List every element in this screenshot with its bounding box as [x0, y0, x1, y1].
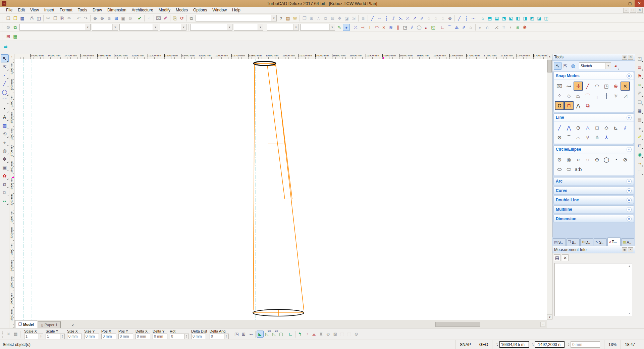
print-preview-icon[interactable]: ◫	[35, 15, 42, 22]
zoom-window-icon[interactable]: ⊞	[113, 15, 120, 22]
rect-array-icon[interactable]: ⊞	[308, 15, 315, 22]
line-icon[interactable]: ╱	[555, 123, 564, 132]
field-value[interactable]: 1	[24, 334, 39, 339]
tab-tools[interactable]: ◕T...	[607, 237, 621, 246]
panel-globe-icon[interactable]: ◍	[569, 62, 577, 70]
toolbar-drag-handle[interactable]	[2, 15, 3, 21]
image-palette-icon[interactable]: ▦	[12, 33, 19, 40]
branch-line-icon[interactable]: ⑂	[583, 133, 592, 142]
field-value[interactable]: 0 mm	[191, 334, 206, 339]
expand-icon[interactable]: »	[627, 198, 632, 203]
circle-tool-icon[interactable]: ◯	[1, 88, 9, 96]
pen-pattern-combo[interactable]: ▼	[160, 24, 186, 31]
paint-style-icon[interactable]: ◕	[612, 62, 620, 70]
spinner[interactable]: ▲▼	[224, 334, 229, 339]
snap-mid-icon[interactable]: ┆	[463, 15, 470, 22]
circle-concentric-icon[interactable]: ◎	[564, 155, 574, 164]
open-file-icon[interactable]: ❒	[12, 15, 19, 22]
align-grid-icon[interactable]: ⌗	[500, 24, 507, 31]
mirror-copy-icon[interactable]: ⧉	[322, 15, 329, 22]
tab-symbols[interactable]: ▤S..	[553, 238, 566, 246]
send-mail-icon[interactable]: ✉	[291, 15, 299, 22]
menu-item-tools[interactable]: Tools	[75, 7, 90, 13]
view-iso-ne-icon[interactable]: ◫	[543, 15, 550, 22]
parallel-line-icon[interactable]: ⫽	[621, 123, 630, 132]
box-3d-icon[interactable]: ▣	[1, 163, 9, 171]
magic-wand-icon[interactable]: ✐	[162, 15, 169, 22]
spell-check-icon[interactable]: ✔	[136, 15, 143, 22]
split-view-icon[interactable]: ⊟	[636, 142, 643, 149]
hatch-check-icon[interactable]: ≋	[387, 24, 394, 31]
layers-icon[interactable]: ⧉	[12, 24, 19, 31]
vertical-scroll-thumb[interactable]	[547, 60, 552, 72]
undo-icon[interactable]: ↶	[75, 15, 82, 22]
snap-quadrant-icon[interactable]: ◳	[602, 82, 611, 91]
circle-tan-line-icon[interactable]: ⊖	[592, 155, 602, 164]
view-right-icon[interactable]: ⬕	[507, 15, 515, 22]
zoom-extents-icon[interactable]: ⊚	[127, 15, 134, 22]
view-left-icon[interactable]: ⬔	[500, 15, 507, 22]
paste-style-icon[interactable]: ⧈	[636, 81, 643, 88]
render-bucket-icon[interactable]: ◍	[1, 147, 9, 155]
zoom-level[interactable]: 13%	[604, 340, 621, 349]
t-meet-icon[interactable]: ⊤	[366, 24, 373, 31]
zoom-in-icon[interactable]: ⊕	[92, 15, 99, 22]
snap-magnetic-icon[interactable]: ⊶	[564, 82, 574, 91]
snap-grid-icon[interactable]: ⁘	[555, 91, 564, 100]
pattern-target-icon[interactable]: ❋	[521, 24, 528, 31]
tab-selection-info[interactable]: ↖S..	[594, 238, 607, 246]
menu-item-options[interactable]: Options	[191, 7, 210, 13]
measurement-output[interactable]: ▲ ▼	[554, 263, 632, 316]
transform-box-icon[interactable]: ◱	[430, 24, 437, 31]
sketch-dots-icon[interactable]: ⋰	[1, 71, 9, 79]
convert-icon[interactable]: ⟳	[178, 15, 185, 22]
snap-nearest-icon[interactable]: ◇	[564, 91, 574, 100]
spinner[interactable]: ▲▼	[184, 334, 189, 339]
tangent-2-circles-icon[interactable]: ⌓	[574, 133, 583, 142]
text-font-combo[interactable]: ▼	[267, 24, 299, 31]
fan-icon[interactable]: ◔	[304, 331, 311, 338]
irregular-polygon-icon[interactable]: △	[583, 123, 592, 132]
corner-icon[interactable]: ∟	[439, 24, 446, 31]
snap-mirror-icon[interactable]: ⧉	[583, 101, 592, 110]
image-icon[interactable]: ▤	[636, 116, 643, 123]
paste-icon[interactable]: ⎗	[59, 15, 66, 22]
bend-handle-icon[interactable]: ↝	[247, 331, 254, 338]
spinner[interactable]: ▲▼	[39, 334, 43, 339]
snap-on-line-icon[interactable]: ╱	[583, 82, 592, 91]
drawing-canvas[interactable]	[14, 59, 547, 320]
circle-ghost-icon[interactable]: ◯	[416, 24, 423, 31]
toolbar-drag-handle[interactable]	[2, 24, 3, 31]
vertical-scrollbar[interactable]: ▲ ▼	[547, 54, 552, 320]
property-gear-icon[interactable]: ⚙	[5, 24, 12, 31]
snap-center-icon[interactable]: ⊕	[611, 82, 621, 91]
export-icon[interactable]: ⎘	[171, 15, 178, 22]
snap-line-icon[interactable]: ╱	[369, 15, 376, 22]
toolbar-drag-handle[interactable]	[2, 331, 4, 338]
mdi-child-icon[interactable]: ⇄	[3, 44, 9, 50]
expand-icon[interactable]: »	[627, 179, 632, 184]
coord-z-input[interactable]: 0 mm	[571, 341, 600, 348]
no-frame-icon[interactable]: ⊘	[353, 331, 360, 338]
snap-modes-header[interactable]: Snap Modes «	[554, 72, 634, 80]
clear-selection-icon[interactable]: ✕	[5, 331, 12, 338]
pen-style-combo[interactable]: ▼	[92, 24, 118, 31]
edit-node-icon[interactable]: ⇱	[1, 63, 9, 71]
style-combo[interactable]: ▼	[196, 15, 277, 21]
color-pair-icon[interactable]: ▪▪	[1, 197, 9, 205]
move-tool-icon[interactable]: ✥	[1, 155, 9, 163]
array-fit-icon[interactable]: ⊟	[329, 15, 336, 22]
corner-trim-icon[interactable]: ⨯	[380, 24, 387, 31]
menu-item-file[interactable]: File	[3, 7, 15, 13]
materials-icon[interactable]: ✿	[1, 172, 9, 180]
no-snap-icon[interactable]: ⌧	[555, 82, 564, 91]
panel-edit-icon[interactable]: ⇱	[561, 62, 569, 70]
view-back-icon[interactable]: ⬓	[493, 15, 500, 22]
full-view-icon[interactable]: ▣	[120, 15, 127, 22]
sel-2d-mode-icon[interactable]: ◣	[257, 331, 264, 338]
brush-tool-icon[interactable]: ◕	[343, 24, 350, 31]
address-book-icon[interactable]: ▤	[284, 15, 291, 22]
spinner[interactable]: ▲▼	[60, 334, 65, 339]
rotated-rect-icon[interactable]: ◇	[602, 123, 611, 132]
arc-header[interactable]: Arc »	[554, 178, 634, 185]
